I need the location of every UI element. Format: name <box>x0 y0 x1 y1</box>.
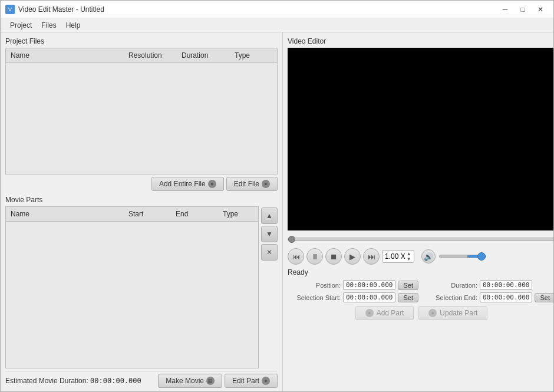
video-editor-label: Video Editor <box>288 37 554 45</box>
left-panel: Project Files Name Resolution Duration T… <box>1 32 283 392</box>
parts-buttons: ▲ ▼ ✕ <box>261 206 278 368</box>
movie-parts-inner: Name Start End Type ▲ ▼ ✕ <box>5 206 278 368</box>
seek-bar[interactable] <box>288 234 554 245</box>
edit-file-icon: ● <box>262 180 270 188</box>
update-part-button[interactable]: ● Update Part <box>418 306 487 320</box>
speed-value: 1.00 X <box>385 252 405 261</box>
stop-button[interactable]: ⏹ <box>325 248 342 265</box>
selection-end-set-button[interactable]: Set <box>535 293 554 302</box>
volume-icon[interactable]: 🔊 <box>421 249 436 263</box>
main-content: Project Files Name Resolution Duration T… <box>1 32 553 392</box>
estimated-duration: Estimated Movie Duration: 00:00:00.000 <box>5 377 141 385</box>
right-panel: Video Editor ⏮ ⏸ ⏹ ▶ ⏭ 1.00 X <box>283 32 554 392</box>
position-value: 00:00:00.000 <box>343 280 395 290</box>
play-to-start-button[interactable]: ⏮ <box>288 248 304 265</box>
selection-start-row: Selection Start: 00:00:00.000 Set <box>288 292 418 302</box>
selection-start-set-button[interactable]: Set <box>398 293 418 302</box>
edit-part-icon: ● <box>262 377 270 385</box>
add-part-icon: ● <box>365 309 374 317</box>
remove-part-button[interactable]: ✕ <box>261 244 278 261</box>
col-duration: Duration <box>177 50 230 61</box>
title-controls: ─ □ ✕ <box>497 4 549 15</box>
edit-part-button[interactable]: Edit Part ● <box>225 374 278 388</box>
bottom-bar: Estimated Movie Duration: 00:00:00.000 M… <box>5 371 278 388</box>
timecode-grid: Position: 00:00:00.000 Set Duration: 00:… <box>288 280 554 302</box>
menu-bar: Project Files Help <box>1 18 553 32</box>
add-file-icon: ● <box>208 180 216 188</box>
make-movie-button[interactable]: Make Movie ▦ <box>158 374 222 388</box>
parts-table: Name Start End Type <box>5 206 259 368</box>
parts-col-name: Name <box>6 208 124 220</box>
seek-track[interactable] <box>288 238 554 241</box>
parts-body <box>6 222 258 367</box>
volume-area: 🔊 <box>421 249 486 263</box>
position-row: Position: 00:00:00.000 Set <box>288 280 418 290</box>
speed-control[interactable]: 1.00 X ▲ ▼ <box>382 250 414 263</box>
col-name: Name <box>6 50 124 61</box>
duration-value: 00:00:00.000 <box>480 280 532 290</box>
parts-col-end: End <box>171 208 218 220</box>
play-to-end-button[interactable]: ⏭ <box>363 248 380 265</box>
move-down-button[interactable]: ▼ <box>261 226 278 242</box>
playback-row: ⏮ ⏸ ⏹ ▶ ⏭ 1.00 X ▲ ▼ 🔊 <box>288 248 554 265</box>
parts-header: Name Start End Type <box>6 207 258 222</box>
video-screen <box>288 48 554 230</box>
file-btn-row: Add Entire File ● Edit File ● <box>5 177 278 191</box>
selection-end-value: 00:00:00.000 <box>480 292 532 302</box>
movie-parts-label: Movie Parts <box>5 196 278 204</box>
window-title: Video Edit Master - Untitled <box>18 5 497 14</box>
duration-row: Duration: 00:00:00.000 <box>424 280 554 290</box>
menu-files[interactable]: Files <box>37 20 61 31</box>
project-files-body <box>6 63 277 173</box>
video-controls: ⏮ ⏸ ⏹ ▶ ⏭ 1.00 X ▲ ▼ 🔊 <box>288 234 554 320</box>
add-part-button[interactable]: ● Add Part <box>355 306 414 320</box>
bottom-btn-row: Make Movie ▦ Edit Part ● <box>158 374 278 388</box>
move-up-button[interactable]: ▲ <box>261 207 278 224</box>
play-button[interactable]: ▶ <box>344 248 361 265</box>
menu-project[interactable]: Project <box>5 20 37 31</box>
position-label: Position: <box>288 282 341 289</box>
add-entire-file-button[interactable]: Add Entire File ● <box>151 177 224 191</box>
project-files-section: Project Files Name Resolution Duration T… <box>5 37 278 191</box>
pause-button[interactable]: ⏸ <box>306 248 323 265</box>
status-bar: Ready <box>288 268 554 276</box>
title-bar: V Video Edit Master - Untitled ─ □ ✕ <box>1 1 553 18</box>
selection-start-value: 00:00:00.000 <box>343 292 395 302</box>
maximize-button[interactable]: □ <box>515 4 531 15</box>
volume-slider[interactable] <box>439 255 486 258</box>
col-type: Type <box>230 50 277 61</box>
speed-arrows: ▲ ▼ <box>407 251 411 262</box>
project-files-header: Name Resolution Duration Type <box>6 48 277 63</box>
movie-parts-section: Movie Parts Name Start End Type ▲ ▼ ✕ <box>5 196 278 388</box>
parts-col-start: Start <box>124 208 171 220</box>
parts-col-type: Type <box>218 208 248 220</box>
minimize-button[interactable]: ─ <box>497 4 513 15</box>
close-button[interactable]: ✕ <box>532 4 549 15</box>
update-part-icon: ● <box>428 309 437 317</box>
seek-thumb[interactable] <box>288 236 295 243</box>
edit-file-button[interactable]: Edit File ● <box>226 177 278 191</box>
selection-end-label: Selection End: <box>424 294 477 301</box>
position-set-button[interactable]: Set <box>398 281 418 290</box>
project-files-label: Project Files <box>5 37 278 45</box>
menu-help[interactable]: Help <box>61 20 85 31</box>
duration-label: Duration: <box>424 282 477 289</box>
col-resolution: Resolution <box>124 50 177 61</box>
selection-end-row: Selection End: 00:00:00.000 Set <box>424 292 554 302</box>
selection-start-label: Selection Start: <box>288 294 341 301</box>
app-icon: V <box>5 5 15 14</box>
volume-thumb[interactable] <box>477 252 486 261</box>
make-movie-icon: ▦ <box>206 377 215 385</box>
add-update-row: ● Add Part ● Update Part <box>288 306 554 320</box>
project-files-table: Name Resolution Duration Type <box>5 48 278 174</box>
